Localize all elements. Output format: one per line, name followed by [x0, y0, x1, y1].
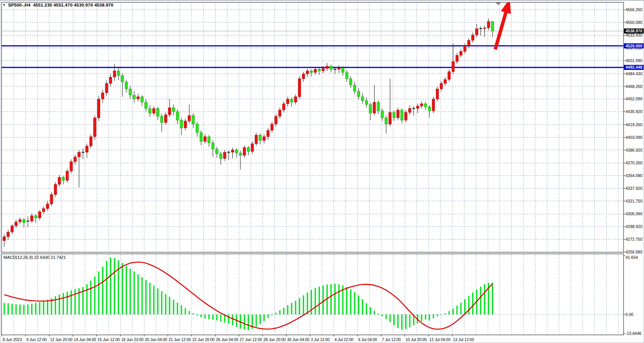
svg-text:14 Jun 04:00: 14 Jun 04:00 — [74, 338, 96, 342]
svg-text:4 Jul 22:00: 4 Jul 22:00 — [335, 338, 353, 342]
svg-text:4468.260: 4468.260 — [626, 84, 642, 89]
svg-text:22 Jun 20:00: 22 Jun 20:00 — [192, 338, 215, 342]
svg-text:21 Jun 12:00: 21 Jun 12:00 — [169, 338, 191, 342]
svg-text:28 Jun 20:00: 28 Jun 20:00 — [264, 338, 286, 342]
svg-text:4520.000: 4520.000 — [626, 44, 642, 48]
current-price-badge: 4538.970 — [624, 29, 644, 34]
svg-text:4452.090: 4452.090 — [626, 96, 642, 101]
price-level-badge-4520.000: 4520.000 — [624, 43, 644, 48]
svg-text:-13.6646: -13.6646 — [626, 331, 642, 336]
symbol-ohlc-title: SP500-,H4 4551.230 4551.470 4530.970 453… — [8, 3, 113, 7]
svg-text:4256.580: 4256.580 — [626, 250, 642, 254]
svg-text:6 Jul 04:00: 6 Jul 04:00 — [358, 338, 377, 342]
trading-chart-window: ▼ SP500-,H4 4551.230 4551.470 4530.970 4… — [0, 0, 644, 343]
svg-text:4370.260: 4370.260 — [626, 161, 642, 165]
macd-indicator-label: MACD(12,26,9) 22.6430 21.7421 — [3, 255, 66, 260]
macd-axis-labels: 41.6540.00-13.6646 — [624, 255, 642, 336]
svg-text:18 Jun 23:00: 18 Jun 23:00 — [121, 338, 144, 342]
svg-text:27 Jun 12:00: 27 Jun 12:00 — [240, 338, 262, 342]
svg-text:4538.970: 4538.970 — [626, 29, 642, 33]
svg-text:20 Jun 04:00: 20 Jun 04:00 — [145, 338, 167, 342]
svg-text:4550.090: 4550.090 — [626, 20, 642, 25]
chevron-down-icon[interactable]: ▼ — [2, 3, 6, 7]
svg-text:4566.260: 4566.260 — [626, 7, 642, 12]
svg-text:4419.260: 4419.260 — [626, 122, 642, 127]
svg-text:15 Jun 12:00: 15 Jun 12:00 — [98, 338, 120, 342]
svg-text:4305.090: 4305.090 — [626, 211, 642, 216]
svg-text:4435.920: 4435.920 — [626, 109, 642, 114]
svg-text:4484.430: 4484.430 — [626, 71, 642, 76]
price-chart-canvas[interactable]: 4566.2604550.0904533.4304517.2604501.090… — [0, 1, 644, 343]
svg-text:0.00: 0.00 — [626, 312, 634, 317]
chart-title-bar: ▼ SP500-,H4 4551.230 4551.470 4530.970 4… — [2, 2, 113, 8]
svg-text:4386.920: 4386.920 — [626, 148, 642, 152]
svg-text:26 Jun 04:00: 26 Jun 04:00 — [216, 338, 239, 342]
svg-text:4321.750: 4321.750 — [626, 199, 642, 203]
svg-text:8 Jun 2023: 8 Jun 2023 — [3, 338, 22, 342]
svg-text:7 Jul 12:00: 7 Jul 12:00 — [382, 338, 401, 342]
svg-text:13 Jul 12:00: 13 Jul 12:00 — [453, 338, 474, 342]
svg-text:41.654: 41.654 — [626, 255, 638, 260]
svg-text:10 Jul 20:00: 10 Jul 20:00 — [406, 338, 427, 342]
svg-text:4501.090: 4501.090 — [626, 58, 642, 63]
price-level-badge-4492.448: 4492.448 — [624, 65, 644, 70]
svg-text:3 Jul 12:00: 3 Jul 12:00 — [311, 338, 330, 342]
svg-text:4354.090: 4354.090 — [626, 173, 642, 178]
svg-text:4288.920: 4288.920 — [626, 224, 642, 229]
svg-text:4533.430: 4533.430 — [626, 33, 642, 37]
svg-text:12 Jun 20:00: 12 Jun 20:00 — [50, 338, 72, 342]
svg-text:4492.448: 4492.448 — [626, 65, 642, 69]
date-axis[interactable]: 8 Jun 20239 Jun 12:0012 Jun 20:0014 Jun … — [2, 335, 474, 342]
svg-text:9 Jun 12:00: 9 Jun 12:00 — [27, 338, 47, 342]
svg-text:4337.920: 4337.920 — [626, 186, 642, 191]
svg-text:12 Jul 04:00: 12 Jul 04:00 — [429, 338, 451, 342]
svg-text:30 Jun 04:00: 30 Jun 04:00 — [287, 338, 309, 342]
svg-text:4403.090: 4403.090 — [626, 135, 642, 140]
svg-text:4272.750: 4272.750 — [626, 237, 642, 242]
